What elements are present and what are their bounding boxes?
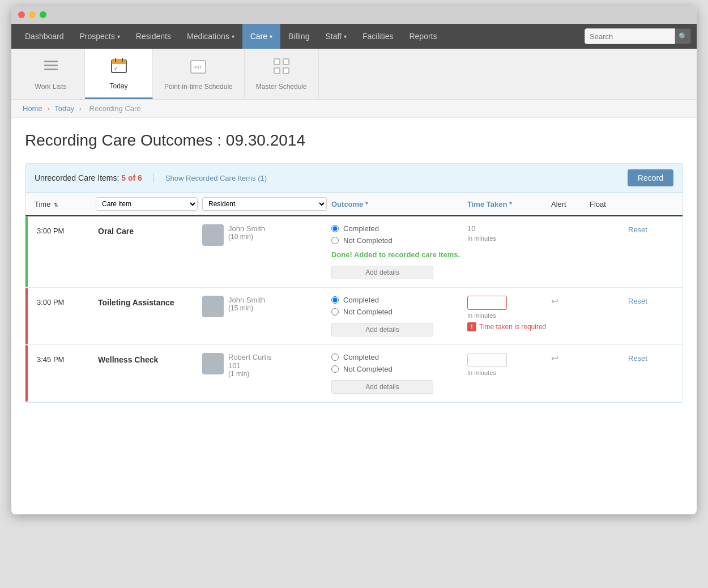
svg-rect-10 <box>274 59 280 65</box>
search-input[interactable] <box>585 28 675 44</box>
row2-inner: 3:00 PM Toileting Assistance John Smith … <box>28 288 683 344</box>
row1-resident: John Smith (10 min) <box>202 224 327 246</box>
nav-staff[interactable]: Staff ▾ <box>317 24 355 49</box>
row3-add-details[interactable]: Add details <box>331 380 433 394</box>
row3-notcompleted-radio[interactable] <box>331 365 339 373</box>
minimize-dot[interactable] <box>29 11 36 18</box>
nav-prospects[interactable]: Prospects ▾ <box>72 24 128 49</box>
row2-reset-area: Reset <box>628 296 673 306</box>
row2-time-unit: In minutes <box>467 312 547 319</box>
search-button[interactable]: 🔍 <box>675 28 691 44</box>
row3-resident: Robert Curtis 101 (1 min) <box>202 353 327 378</box>
nav-residents[interactable]: Residents <box>128 24 179 49</box>
nav-reports[interactable]: Reports <box>401 24 445 49</box>
row1-outcome: Completed Not Completed Done! Added to r… <box>331 224 463 279</box>
row2-time-input[interactable] <box>467 296 507 310</box>
row3-completed-radio[interactable] <box>331 353 339 361</box>
row3-notcompleted-text: Not Completed <box>343 365 393 373</box>
row3-notcompleted-label[interactable]: Not Completed <box>331 365 463 373</box>
row1-resident-info: John Smith (10 min) <box>228 224 265 241</box>
row3-avatar <box>202 353 224 374</box>
row2-resident-name: John Smith <box>228 296 265 304</box>
row3-outcome: Completed Not Completed Add details <box>331 353 463 394</box>
row3-alert[interactable]: ↩ <box>551 353 585 364</box>
nav-billing[interactable]: Billing <box>280 24 317 49</box>
nav-dashboard[interactable]: Dashboard <box>17 24 72 49</box>
row2-completed-text: Completed <box>343 296 379 304</box>
page-title: Recording Care Outcomes : 09.30.2014 <box>25 131 683 150</box>
row1-add-details[interactable]: Add details <box>331 266 433 279</box>
row2-alert[interactable]: ↩ <box>551 296 585 306</box>
col-time[interactable]: Time ⇅ <box>35 200 91 208</box>
nav-medications[interactable]: Medications ▾ <box>179 24 242 49</box>
app-window: Dashboard Prospects ▾ Residents Medicati… <box>11 6 697 514</box>
time-sort-icon: ⇅ <box>54 202 58 208</box>
nav-care[interactable]: Care ▾ <box>242 24 280 49</box>
row1-done-message: Done! Added to recorded care items. <box>331 250 463 259</box>
svg-rect-13 <box>283 68 289 74</box>
row1-time: 3:00 PM <box>37 224 93 235</box>
care-caret: ▾ <box>270 33 272 40</box>
row1-completed-radio[interactable] <box>331 225 339 232</box>
subnav-pit[interactable]: PIT Point-in-time Schedule <box>153 49 245 99</box>
subnav-today-label: Today <box>109 82 127 90</box>
breadcrumb-home[interactable]: Home <box>23 104 42 113</box>
row3-time-input[interactable] <box>467 353 507 367</box>
maximize-dot[interactable] <box>40 11 46 18</box>
svg-rect-2 <box>44 69 58 70</box>
row2-notcompleted-text: Not Completed <box>343 308 393 316</box>
row2-reset-link[interactable]: Reset <box>628 295 647 305</box>
row3-alert-icon[interactable]: ↩ <box>551 353 558 363</box>
subnav-worklists[interactable]: Work Lists <box>17 49 85 99</box>
row2-notcompleted-label[interactable]: Not Completed <box>331 308 463 316</box>
col-outcome: Outcome * <box>331 200 463 208</box>
row2-add-details[interactable]: Add details <box>331 323 433 336</box>
row1-notcompleted-label[interactable]: Not Completed <box>331 236 463 245</box>
subnav-pit-label: Point-in-time Schedule <box>164 83 233 91</box>
row2-alert-icon[interactable]: ↩ <box>551 296 558 306</box>
col-float: Float <box>590 200 624 208</box>
nav-facilities[interactable]: Facilities <box>355 24 401 49</box>
row1-notcompleted-radio[interactable] <box>331 237 339 244</box>
row2-error-message: ! Time taken is required <box>467 322 547 331</box>
row2-resident: John Smith (15 min) <box>202 296 327 317</box>
row2-completed-radio[interactable] <box>331 296 339 304</box>
col-resident: Resident John Smith Robert Curtis <box>202 197 327 211</box>
svg-rect-0 <box>44 61 58 62</box>
record-button[interactable]: Record <box>628 169 673 186</box>
care-row-wellness: 3:45 PM Wellness Check Robert Curtis 101… <box>25 345 683 402</box>
row1-completed-text: Completed <box>343 224 379 233</box>
row2-outcome: Completed Not Completed Add details <box>331 296 463 336</box>
row3-reset-link[interactable]: Reset <box>628 352 647 363</box>
resident-filter[interactable]: Resident John Smith Robert Curtis <box>202 197 327 211</box>
row2-completed-label[interactable]: Completed <box>331 296 463 304</box>
search-area: 🔍 <box>585 28 691 44</box>
svg-rect-12 <box>274 68 280 74</box>
row1-reset-area: Reset <box>628 224 673 235</box>
row1-reset-link[interactable]: Reset <box>628 223 647 234</box>
row3-care-name: Wellness Check <box>98 353 198 364</box>
subnav-master[interactable]: Master Schedule <box>245 49 319 99</box>
row3-time-unit: In minutes <box>467 369 547 376</box>
care-item-filter[interactable]: Care item Oral Care Toileting Assistance… <box>96 197 198 211</box>
show-recorded-link[interactable]: Show Recorded Care Items (1) <box>165 174 267 182</box>
svg-text:✓: ✓ <box>114 66 118 71</box>
close-dot[interactable] <box>18 11 25 18</box>
row1-notcompleted-text: Not Completed <box>343 236 393 245</box>
breadcrumb-today[interactable]: Today <box>54 104 74 113</box>
unrecorded-text: Unrecorded Care Items: <box>35 173 121 182</box>
care-row-toileting: 3:00 PM Toileting Assistance John Smith … <box>25 288 683 345</box>
row3-completed-label[interactable]: Completed <box>331 353 463 361</box>
care-row-oral-care: 3:00 PM Oral Care John Smith (10 min) Co… <box>25 216 683 288</box>
subnav-master-label: Master Schedule <box>256 83 307 91</box>
row1-time-value: 10 <box>467 224 547 233</box>
row3-inner: 3:45 PM Wellness Check Robert Curtis 101… <box>28 345 683 402</box>
subnav-today[interactable]: ✓ Today <box>85 49 153 99</box>
col-time-taken: Time Taken * <box>467 200 547 208</box>
row2-duration: (15 min) <box>228 304 265 312</box>
row2-notcompleted-radio[interactable] <box>331 308 339 316</box>
row3-resident-sub: 101 <box>228 361 272 370</box>
worklists-icon <box>42 57 60 79</box>
staff-caret: ▾ <box>344 33 347 40</box>
row1-completed-label[interactable]: Completed <box>331 224 463 233</box>
